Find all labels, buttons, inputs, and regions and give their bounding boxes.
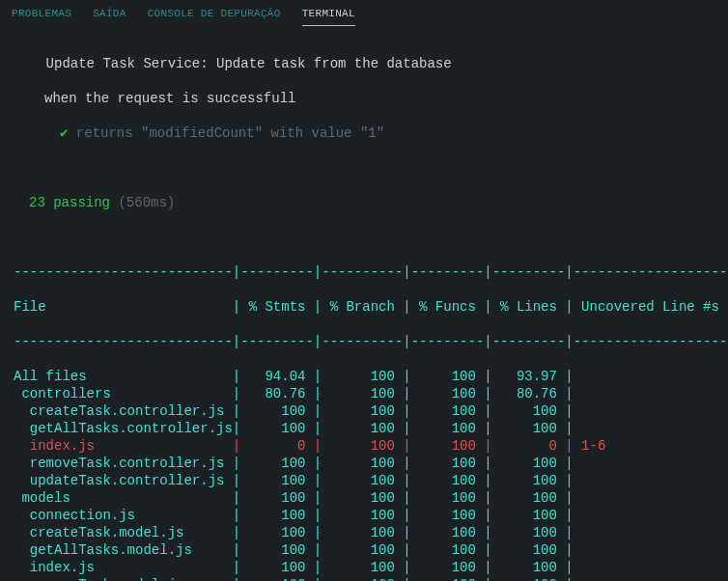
coverage-row: createTask.controller.js | 100 | 100 | 1… bbox=[14, 402, 714, 420]
coverage-row: getAllTasks.controller.js| 100 | 100 | 1… bbox=[14, 420, 714, 437]
coverage-row: controllers | 80.76 | 100 | 100 | 80.76 … bbox=[14, 385, 714, 402]
tab-problems[interactable]: PROBLEMAS bbox=[12, 4, 71, 26]
coverage-row: createTask.model.js | 100 | 100 | 100 | … bbox=[14, 524, 714, 541]
coverage-row: updateTask.controller.js | 100 | 100 | 1… bbox=[14, 472, 714, 489]
coverage-row: connection.js | 100 | 100 | 100 | 100 | bbox=[14, 507, 714, 524]
tab-terminal[interactable]: TERMINAL bbox=[302, 4, 355, 26]
check-icon: ✔ bbox=[60, 125, 68, 141]
coverage-rows: All files | 94.04 | 100 | 100 | 93.97 | … bbox=[14, 368, 714, 581]
panel-tabs: PROBLEMAS SAÍDA CONSOLE DE DEPURAÇÃO TER… bbox=[0, 0, 728, 26]
coverage-row: All files | 94.04 | 100 | 100 | 93.97 | bbox=[14, 368, 714, 385]
test-suite-title: Update Task Service: Update task from th… bbox=[14, 55, 714, 72]
coverage-row: index.js | 0 | 100 | 100 | 0 | 1-6 bbox=[14, 437, 714, 455]
coverage-row: removeTask.model.js | 100 | 100 | 100 | … bbox=[14, 576, 714, 581]
test-context: when the request is successfull bbox=[14, 90, 714, 107]
coverage-row: models | 100 | 100 | 100 | 100 | bbox=[14, 489, 714, 507]
terminal-output[interactable]: Update Task Service: Update task from th… bbox=[0, 26, 728, 581]
passing-summary: 23 passing (560ms) bbox=[14, 194, 714, 211]
coverage-row: getAllTasks.model.js | 100 | 100 | 100 |… bbox=[14, 541, 714, 559]
tab-output[interactable]: SAÍDA bbox=[93, 4, 126, 26]
test-name: returns "modifiedCount" with value "1" bbox=[76, 125, 384, 141]
tab-debug-console[interactable]: CONSOLE DE DEPURAÇÃO bbox=[148, 4, 281, 26]
test-result-line: ✔ returns "modifiedCount" with value "1" bbox=[14, 124, 714, 142]
coverage-header: File | % Stmts | % Branch | % Funcs | % … bbox=[14, 298, 714, 316]
coverage-row: removeTask.controller.js | 100 | 100 | 1… bbox=[14, 455, 714, 472]
coverage-rule-mid: ---------------------------|---------|--… bbox=[14, 333, 714, 350]
passing-count: 23 passing bbox=[29, 195, 110, 210]
passing-time: (560ms) bbox=[118, 195, 175, 210]
coverage-rule-top: ---------------------------|---------|--… bbox=[14, 263, 714, 281]
coverage-row: index.js | 100 | 100 | 100 | 100 | bbox=[14, 559, 714, 576]
